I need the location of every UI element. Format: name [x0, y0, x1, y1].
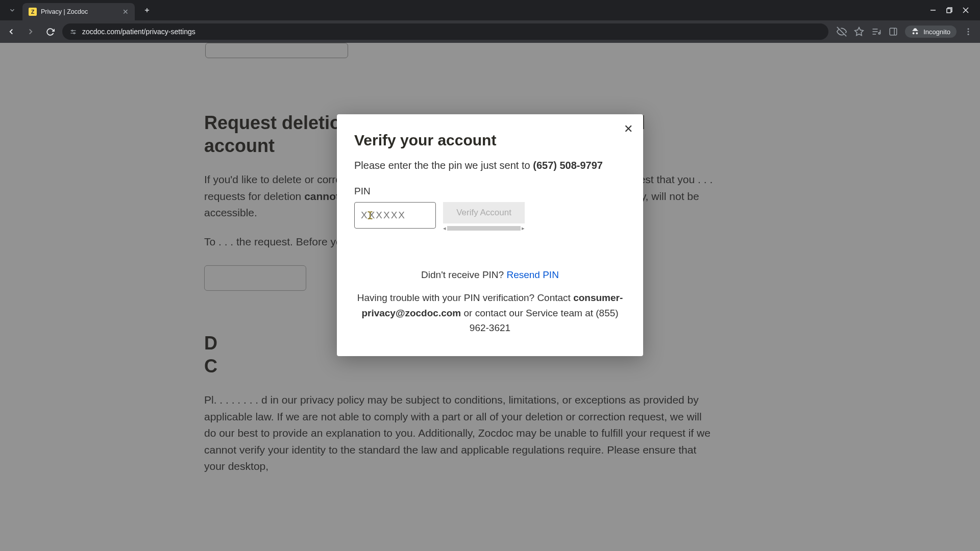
pin-input[interactable] — [354, 202, 436, 229]
svg-rect-3 — [947, 9, 951, 13]
svg-point-9 — [74, 32, 75, 34]
close-window-icon[interactable] — [963, 7, 969, 13]
url-text: zocdoc.com/patient/privacy-settings — [82, 28, 195, 36]
page-viewport: Request deletion of your personal inform… — [0, 43, 980, 551]
svg-point-21 — [968, 34, 969, 35]
svg-point-8 — [71, 30, 73, 31]
side-panel-icon[interactable] — [889, 27, 898, 36]
back-button[interactable] — [4, 24, 18, 39]
tab-title: Privacy | Zocdoc — [41, 8, 118, 15]
window-controls — [930, 7, 976, 13]
tab-close-icon[interactable]: ✕ — [122, 8, 129, 16]
svg-rect-17 — [890, 28, 897, 35]
verify-account-button[interactable]: Verify Account — [443, 202, 525, 223]
bookmark-star-icon[interactable] — [854, 27, 864, 37]
verify-account-modal: ✕ Verify your account Please enter the t… — [337, 114, 643, 356]
incognito-badge[interactable]: Incognito — [905, 26, 957, 38]
modal-title: Verify your account — [354, 132, 626, 149]
chevron-right-icon: ▸ — [522, 225, 525, 232]
modal-subtitle: Please enter the the pin we just sent to… — [354, 158, 626, 172]
svg-point-19 — [968, 28, 969, 30]
incognito-icon — [911, 28, 919, 36]
site-settings-icon[interactable] — [69, 28, 77, 36]
resend-pin-link[interactable]: Resend PIN — [506, 269, 558, 280]
maximize-icon[interactable] — [946, 7, 952, 13]
eye-off-icon[interactable] — [837, 27, 847, 37]
minimize-icon[interactable] — [930, 7, 936, 13]
pin-row: Verify Account ◂ ▸ — [354, 202, 626, 232]
browser-toolbar: zocdoc.com/patient/privacy-settings Inco… — [0, 20, 980, 43]
svg-point-20 — [968, 31, 969, 33]
modal-overlay: ✕ Verify your account Please enter the t… — [0, 43, 980, 551]
new-tab-button[interactable] — [140, 3, 154, 17]
trouble-text: Having trouble with your PIN verificatio… — [354, 290, 626, 335]
menu-icon[interactable] — [964, 27, 973, 36]
address-bar[interactable]: zocdoc.com/patient/privacy-settings — [62, 23, 828, 40]
pin-label: PIN — [354, 186, 626, 197]
playlist-icon[interactable] — [871, 27, 881, 37]
scrollbar-thumb[interactable] — [447, 226, 521, 231]
svg-marker-11 — [855, 28, 864, 36]
incognito-label: Incognito — [923, 28, 950, 36]
chevron-left-icon: ◂ — [443, 225, 446, 232]
modal-footer: Didn't receive PIN? Resend PIN Having tr… — [354, 267, 626, 336]
forward-button[interactable] — [23, 24, 38, 39]
tab-bar: Z Privacy | Zocdoc ✕ — [0, 0, 980, 20]
browser-tab[interactable]: Z Privacy | Zocdoc ✕ — [22, 3, 135, 20]
favicon-icon: Z — [29, 8, 37, 16]
scroll-hint: ◂ ▸ — [443, 224, 525, 232]
resend-prompt: Didn't receive PIN? — [421, 269, 506, 280]
reload-button[interactable] — [43, 24, 57, 39]
tab-dropdown-icon[interactable] — [4, 7, 20, 14]
modal-close-button[interactable]: ✕ — [624, 122, 633, 136]
toolbar-icons: Incognito — [834, 26, 976, 38]
browser-chrome: Z Privacy | Zocdoc ✕ — [0, 0, 980, 43]
